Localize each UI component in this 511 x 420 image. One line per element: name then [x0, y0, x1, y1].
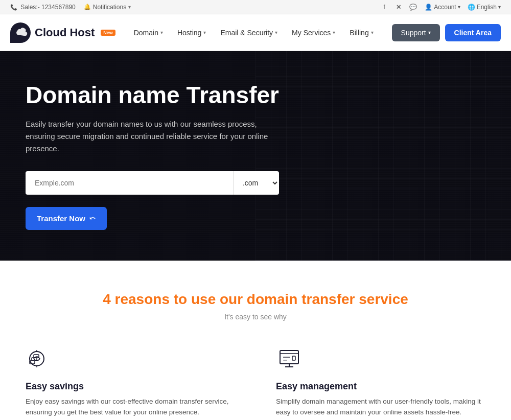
client-area-button[interactable]: Client Area	[445, 24, 501, 41]
hero-title: Domain name Transfer	[26, 82, 279, 109]
main-nav: Cloud Host New Domain ▾ Hosting ▾ Email …	[0, 14, 511, 51]
nav-services-chevron: ▾	[333, 30, 335, 35]
top-bar-right: f ✕ 💬 👤 Account ▾ 🌐 English ▾	[380, 3, 501, 12]
nav-hosting[interactable]: Hosting ▾	[171, 25, 212, 41]
facebook-icon[interactable]: f	[380, 3, 389, 12]
management-icon	[276, 345, 303, 372]
savings-title: Easy savings	[26, 381, 235, 392]
domain-input[interactable]	[26, 171, 233, 195]
notifications-link[interactable]: 🔔 Notifications ▾	[84, 4, 131, 11]
account-menu[interactable]: 👤 Account ▾	[425, 4, 460, 11]
support-button[interactable]: Support ▾	[392, 24, 440, 41]
management-desc: Simplify domain management with our user…	[276, 396, 485, 418]
social-icons: f ✕ 💬	[380, 3, 417, 12]
nav-hosting-label: Hosting	[177, 29, 201, 37]
logo-text: Cloud Host	[35, 26, 95, 39]
language-menu[interactable]: 🌐 English ▾	[468, 4, 501, 11]
client-area-label: Client Area	[454, 29, 492, 37]
reasons-section: 4 reasons to use our domain transfer ser…	[0, 261, 511, 420]
savings-icon	[26, 345, 52, 372]
reasons-heading: 4 reasons to use our domain transfer ser…	[26, 291, 485, 308]
nav-billing-label: Billing	[350, 29, 368, 37]
logo-area: Cloud Host New	[10, 22, 115, 43]
nav-my-services[interactable]: My Services ▾	[286, 25, 341, 41]
nav-email-label: Email & Security	[220, 29, 273, 37]
svg-rect-7	[283, 360, 287, 361]
language-label: English	[477, 4, 497, 11]
top-bar: Sales:- 1234567890 🔔 Notifications ▾ f ✕…	[0, 0, 511, 14]
management-title: Easy management	[276, 381, 485, 392]
nav-services-label: My Services	[292, 29, 331, 37]
notifications-label: Notifications	[93, 4, 126, 11]
twitter-x-icon[interactable]: ✕	[394, 3, 403, 12]
nav-billing-chevron: ▾	[371, 30, 374, 35]
transfer-button-label: Transfer Now	[37, 214, 85, 223]
hero-search-bar: .com .net .org .io .co	[26, 171, 279, 195]
reason-savings: Easy savings Enjoy easy savings with our…	[26, 345, 235, 418]
nav-billing[interactable]: Billing ▾	[343, 25, 379, 41]
nav-email-security[interactable]: Email & Security ▾	[214, 25, 284, 41]
savings-desc: Enjoy easy savings with our cost-effecti…	[26, 396, 235, 418]
language-chevron: ▾	[498, 4, 501, 10]
nav-domain[interactable]: Domain ▾	[128, 25, 169, 41]
notifications-chevron: ▾	[128, 4, 131, 10]
nav-buttons: Support ▾ Client Area	[392, 24, 501, 41]
account-label: Account	[434, 4, 456, 11]
account-chevron: ▾	[458, 4, 460, 10]
support-label: Support	[401, 29, 426, 37]
top-bar-left: Sales:- 1234567890 🔔 Notifications ▾	[10, 4, 131, 11]
hero-subtitle: Easily transfer your domain names to us …	[26, 118, 271, 155]
logo-icon	[10, 22, 31, 43]
hero-server-bg	[256, 51, 511, 261]
reasons-grid: Easy savings Enjoy easy savings with our…	[26, 345, 485, 420]
notification-icon: 🔔	[84, 4, 91, 10]
nav-hosting-chevron: ▾	[203, 30, 206, 35]
support-chevron: ▾	[428, 30, 431, 35]
nav-links: Domain ▾ Hosting ▾ Email & Security ▾ My…	[128, 25, 380, 41]
reason-management: Easy management Simplify domain manageme…	[276, 345, 485, 418]
svg-rect-6	[283, 357, 290, 358]
nav-domain-label: Domain	[134, 29, 158, 37]
logo-badge: New	[101, 30, 115, 36]
transfer-button[interactable]: Transfer Now ⤺	[26, 207, 107, 230]
nav-email-chevron: ▾	[275, 30, 277, 35]
hero-content: Domain name Transfer Easily transfer you…	[26, 82, 279, 230]
globe-icon: 🌐	[468, 4, 475, 11]
account-icon: 👤	[425, 4, 432, 11]
phone-label: Sales:- 1234567890	[10, 4, 76, 11]
domain-extension-select[interactable]: .com .net .org .io .co	[233, 171, 279, 195]
svg-rect-8	[292, 356, 295, 360]
hero-section: Domain name Transfer Easily transfer you…	[0, 51, 511, 261]
nav-domain-chevron: ▾	[160, 30, 163, 35]
reasons-subheading: It's easy to see why	[26, 313, 485, 321]
transfer-arrow-icon: ⤺	[89, 214, 96, 222]
whatsapp-icon[interactable]: 💬	[408, 3, 417, 12]
